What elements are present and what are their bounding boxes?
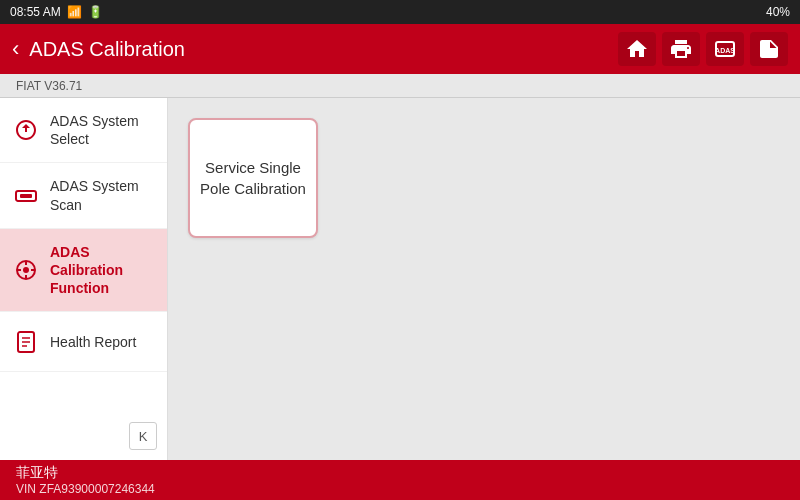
- header-title: ADAS Calibration: [29, 38, 185, 61]
- battery-text: 40%: [766, 5, 790, 19]
- sidebar-label-adas-system-scan: ADAS System Scan: [50, 177, 155, 213]
- print-button[interactable]: [662, 32, 700, 66]
- sidebar-label-adas-system-select: ADAS System Select: [50, 112, 155, 148]
- wifi-icon: 📶: [67, 5, 82, 19]
- sidebar-bottom: K: [0, 372, 167, 460]
- sidebar-item-adas-calibration-function[interactable]: ADAS Calibration Function: [0, 229, 167, 313]
- health-report-icon: [12, 328, 40, 356]
- sidebar-item-health-report[interactable]: Health Report: [0, 312, 167, 372]
- header-left: ‹ ADAS Calibration: [12, 38, 185, 61]
- adas-scan-icon: [12, 182, 40, 210]
- adas-select-icon: [12, 116, 40, 144]
- footer-sub-text: VIN ZFA93900007246344: [16, 482, 155, 496]
- sidebar-label-adas-calibration-function: ADAS Calibration Function: [50, 243, 155, 298]
- status-bar: 08:55 AM 📶 🔋 40%: [0, 0, 800, 24]
- calibration-card-label: Service Single Pole Calibration: [200, 157, 306, 199]
- back-button[interactable]: ‹: [12, 38, 19, 60]
- collapse-button[interactable]: K: [129, 422, 157, 450]
- content-area: Service Single Pole Calibration: [168, 98, 800, 460]
- sidebar-item-adas-system-select[interactable]: ADAS System Select: [0, 98, 167, 163]
- sidebar: ADAS System Select ADAS System Scan ADAS…: [0, 98, 168, 460]
- version-label: FIAT V36.71: [16, 79, 82, 93]
- header: ‹ ADAS Calibration ADAS: [0, 24, 800, 74]
- footer-main-text: 菲亚特: [16, 464, 155, 482]
- adas-calibration-icon: [12, 256, 40, 284]
- main-layout: ADAS System Select ADAS System Scan ADAS…: [0, 98, 800, 460]
- export-button[interactable]: [750, 32, 788, 66]
- subtitle-bar: FIAT V36.71: [0, 74, 800, 98]
- svg-point-5: [23, 267, 29, 273]
- header-icons: ADAS: [618, 32, 788, 66]
- sidebar-item-adas-system-scan[interactable]: ADAS System Scan: [0, 163, 167, 228]
- adas-button[interactable]: ADAS: [706, 32, 744, 66]
- footer: 菲亚特 VIN ZFA93900007246344: [0, 460, 800, 500]
- home-button[interactable]: [618, 32, 656, 66]
- sidebar-label-health-report: Health Report: [50, 333, 136, 351]
- signal-icon: 🔋: [88, 5, 103, 19]
- status-left: 08:55 AM 📶 🔋: [10, 5, 103, 19]
- svg-rect-3: [20, 194, 32, 198]
- status-right: 40%: [766, 5, 790, 19]
- calibration-card-service-single-pole[interactable]: Service Single Pole Calibration: [188, 118, 318, 238]
- svg-text:ADAS: ADAS: [715, 47, 735, 54]
- time-display: 08:55 AM: [10, 5, 61, 19]
